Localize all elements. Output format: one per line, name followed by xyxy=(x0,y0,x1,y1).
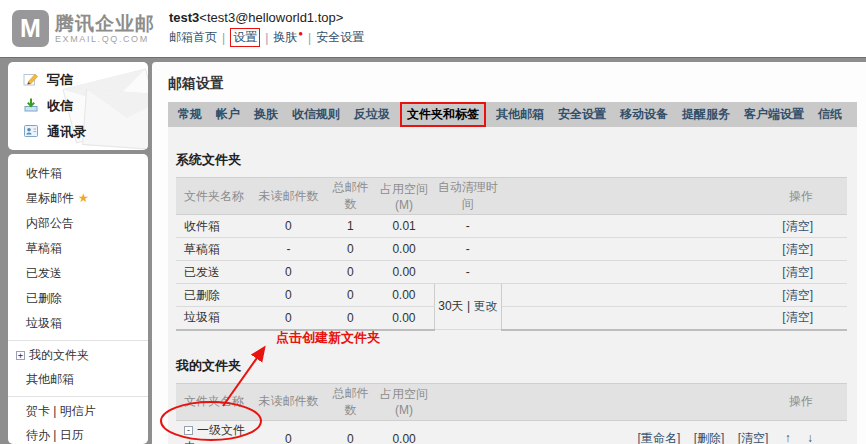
table-header-row: 文件夹名称 未读邮件数 总邮件数 占用空间(M) 自动清理时间 操作 xyxy=(176,178,847,215)
sidebar-item-starred[interactable]: 星标邮件★ xyxy=(8,186,148,211)
expand-icon[interactable]: + xyxy=(16,351,25,360)
receive-mail-button[interactable]: 收信 xyxy=(8,93,148,119)
sidebar-item-inbox[interactable]: 收件箱 xyxy=(8,161,148,186)
tab-account[interactable]: 帐户 xyxy=(209,106,247,123)
tab-client-settings[interactable]: 客户端设置 xyxy=(737,106,811,123)
compose-icon xyxy=(23,71,39,90)
user-name: test3 xyxy=(169,10,199,25)
nav-separator: | xyxy=(265,31,268,45)
folder-name: 已删除 xyxy=(176,284,250,307)
table-row: 已发送 0 0 0.00 - [清空] xyxy=(176,261,847,284)
sidebar: 写信 收信 xyxy=(8,62,148,444)
col-total-count: 总邮件数 xyxy=(327,178,374,215)
unread-count: 0 xyxy=(250,420,327,444)
empty-folder-link[interactable]: [清空] xyxy=(738,431,769,444)
delete-folder-link[interactable]: [删除] xyxy=(694,431,725,444)
space-used: 0.00 xyxy=(374,307,434,330)
annotation-label: 点击创建新文件夹 xyxy=(276,329,380,347)
total-count: 0 xyxy=(327,307,374,330)
col-total-count: 总邮件数 xyxy=(327,383,374,420)
sidebar-item-announcements[interactable]: 内部公告 xyxy=(8,211,148,236)
tab-reminder-service[interactable]: 提醒服务 xyxy=(675,106,737,123)
table-row: 收件箱 0 1 0.01 - [清空] xyxy=(176,215,847,238)
tab-security-settings[interactable]: 安全设置 xyxy=(551,106,613,123)
user-email: <test3@helloworld1.top> xyxy=(199,10,343,25)
col-folder-name: 文件夹名称 xyxy=(176,178,250,215)
col-space-used: 占用空间(M) xyxy=(374,383,434,420)
compose-button[interactable]: 写信 xyxy=(8,67,148,93)
app-header: M 腾讯企业邮 EXMAIL.QQ.COM test3<test3@hellow… xyxy=(0,0,866,57)
exmail-logo-icon: M xyxy=(12,10,49,47)
sidebar-item-todo-calendar[interactable]: 待办 | 日历 xyxy=(8,423,148,444)
empty-folder-link[interactable]: [清空] xyxy=(782,288,813,302)
nav-settings[interactable]: 设置 xyxy=(230,28,260,47)
collapse-icon[interactable]: - xyxy=(184,426,193,435)
empty-folder-link[interactable]: [清空] xyxy=(782,242,813,256)
contacts-icon xyxy=(23,123,39,142)
table-row: 已删除 0 0 0.00 30天 | 更改 [清空] xyxy=(176,284,847,307)
autoclean-value: - xyxy=(434,215,501,238)
col-empty xyxy=(434,383,501,420)
my-folders-title: 我的文件夹 xyxy=(176,357,847,375)
tab-folders-and-labels[interactable]: 文件夹和标签 xyxy=(400,102,486,127)
rename-folder-link[interactable]: [重命名] xyxy=(638,431,681,444)
table-header-row: 文件夹名称 未读邮件数 总邮件数 占用空间(M) 操作 xyxy=(176,383,847,420)
exmail-logo: M 腾讯企业邮 EXMAIL.QQ.COM xyxy=(12,10,155,47)
unread-count: - xyxy=(250,238,327,261)
receive-mail-icon xyxy=(23,97,39,116)
sidebar-folders-box: 收件箱 星标邮件★ 内部公告 草稿箱 已发送 已删除 垃圾箱 +我的文件夹 其他… xyxy=(8,154,148,444)
folder-name: 草稿箱 xyxy=(176,238,250,261)
tab-general[interactable]: 常规 xyxy=(171,106,209,123)
space-used: 0.00 xyxy=(374,261,434,284)
autoclean-merged-cell: 30天 | 更改 xyxy=(434,284,501,330)
col-actions: 操作 xyxy=(501,178,847,215)
autoclean-value: - xyxy=(434,261,501,284)
nav-mail-home[interactable]: 邮箱首页 xyxy=(169,29,217,46)
nav-security-settings[interactable]: 安全设置 xyxy=(316,29,364,46)
nav-skin[interactable]: 换肤● xyxy=(273,29,303,46)
table-row: -一级文件夹 0 0 0.00 [重命名] [删除] [清空] ↑ ↓ xyxy=(176,420,847,444)
sidebar-folder-list: 收件箱 星标邮件★ 内部公告 草稿箱 已发送 已删除 垃圾箱 +我的文件夹 其他… xyxy=(8,161,148,444)
nav-separator: | xyxy=(222,31,225,45)
total-count: 0 xyxy=(327,238,374,261)
compose-label: 写信 xyxy=(47,71,73,89)
user-block: test3<test3@helloworld1.top> 邮箱首页 | 设置 |… xyxy=(169,10,364,47)
sidebar-actions-box: 写信 收信 xyxy=(8,62,148,150)
sidebar-item-deleted[interactable]: 已删除 xyxy=(8,286,148,311)
settings-content: 系统文件夹 文件夹名称 未读邮件数 总邮件数 占用空间(M) 自动清理时间 操作 xyxy=(168,127,857,444)
autoclean-value: - xyxy=(434,238,501,261)
autoclean-change-link[interactable]: 更改 xyxy=(473,299,497,313)
empty-folder-link[interactable]: [清空] xyxy=(782,310,813,324)
unread-count: 0 xyxy=(250,215,327,238)
tab-mobile-devices[interactable]: 移动设备 xyxy=(613,106,675,123)
move-up-icon[interactable]: ↑ xyxy=(785,431,791,444)
total-count: 0 xyxy=(327,420,374,444)
sidebar-item-other-mailbox[interactable]: 其他邮箱 xyxy=(8,367,148,392)
tab-skin[interactable]: 换肤 xyxy=(247,106,285,123)
contacts-button[interactable]: 通讯录 xyxy=(8,119,148,145)
move-down-icon[interactable]: ↓ xyxy=(807,431,813,444)
unread-count: 0 xyxy=(250,284,327,307)
sidebar-item-greeting-cards[interactable]: 贺卡 | 明信片 xyxy=(8,396,148,423)
tab-mail-rules[interactable]: 收信规则 xyxy=(285,106,347,123)
table-row: 草稿箱 - 0 0.00 - [清空] xyxy=(176,238,847,261)
exmail-settings-page: { "header": { "logo": { "letter": "M", "… xyxy=(0,0,866,444)
folder-name: 已发送 xyxy=(176,261,250,284)
my-folders-table: 文件夹名称 未读邮件数 总邮件数 占用空间(M) 操作 -一级文件夹 0 0 0… xyxy=(176,383,847,444)
sidebar-item-sent[interactable]: 已发送 xyxy=(8,261,148,286)
sidebar-item-junk[interactable]: 垃圾箱 xyxy=(8,311,148,336)
main-panel: 邮箱设置 常规 帐户 换肤 收信规则 反垃圾 文件夹和标签 其他邮箱 安全设置 … xyxy=(152,62,866,444)
sidebar-item-drafts[interactable]: 草稿箱 xyxy=(8,236,148,261)
tab-other-mailbox[interactable]: 其他邮箱 xyxy=(489,106,551,123)
tab-antispam[interactable]: 反垃圾 xyxy=(347,106,397,123)
sidebar-item-my-folders[interactable]: +我的文件夹 xyxy=(8,340,148,367)
empty-folder-link[interactable]: [清空] xyxy=(782,219,813,233)
space-used: 0.00 xyxy=(374,284,434,307)
unread-count: 0 xyxy=(250,261,327,284)
tab-stationery[interactable]: 信纸 xyxy=(811,106,849,123)
col-actions: 操作 xyxy=(501,383,847,420)
empty-folder-link[interactable]: [清空] xyxy=(782,265,813,279)
col-space-used: 占用空间(M) xyxy=(374,178,434,215)
contacts-label: 通讯录 xyxy=(47,123,86,141)
unread-count: 0 xyxy=(250,307,327,330)
